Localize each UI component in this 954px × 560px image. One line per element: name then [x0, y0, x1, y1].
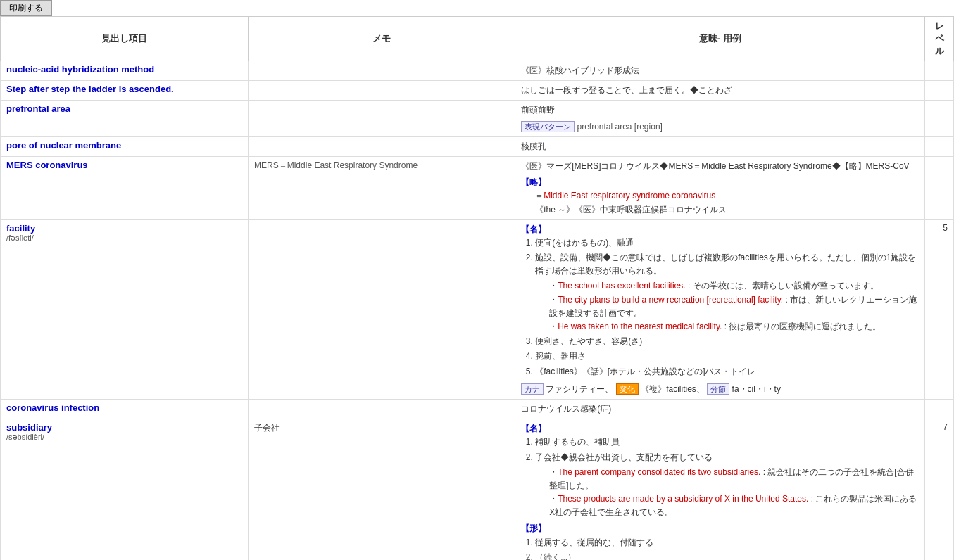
table-header: 見出し項目 メモ 意味- 用例 レベル — [1, 17, 954, 61]
header-term: 見出し項目 — [1, 17, 249, 61]
level-cell — [925, 399, 954, 419]
phonetic-facility: /fəsíleti/ — [6, 234, 242, 243]
level-cell — [925, 156, 954, 219]
memo-cell — [249, 136, 515, 156]
term-link-step[interactable]: Step after step the ladder is ascended. — [6, 84, 242, 94]
term-link-nucleic-acid[interactable]: nucleic-acid hybridization method — [6, 64, 242, 75]
term-link-pore[interactable]: pore of nuclear membrane — [6, 140, 242, 151]
term-link-prefrontal[interactable]: prefrontal area — [6, 103, 242, 114]
level-cell-subsidiary: 7 — [925, 419, 954, 560]
memo-cell — [249, 81, 515, 101]
level-cell — [925, 101, 954, 136]
bunsetsu-tag: 分節 — [707, 383, 729, 395]
table-row: prefrontal area 前頭前野 表現パターン prefrontal a… — [1, 101, 954, 136]
meaning-cell: 核膜孔 — [515, 136, 925, 156]
memo-cell — [249, 399, 515, 419]
meaning-cell: はしごは一段ずつ登ることで、上まで届く。◆ことわざ — [515, 81, 925, 101]
header-memo: メモ — [249, 17, 515, 61]
level-cell — [925, 81, 954, 101]
table-row: nucleic-acid hybridization method 《医》核酸ハ… — [1, 61, 954, 81]
level-cell — [925, 61, 954, 81]
term-link-facility[interactable]: facility — [6, 223, 242, 234]
header-meaning: 意味- 用例 — [515, 17, 925, 61]
table-row: facility /fəsíleti/ 【名】 便宜(をはかるもの)、融通 施設… — [1, 219, 954, 399]
memo-cell — [249, 101, 515, 136]
meaning-cell-facility: 【名】 便宜(をはかるもの)、融通 施設、設備、機関◆この意味では、しばしば複数… — [515, 219, 925, 399]
memo-cell: MERS＝Middle East Respiratory Syndrome — [249, 156, 515, 219]
memo-cell-subsidiary: 子会社 — [249, 419, 515, 560]
term-link-subsidiary[interactable]: subsidiary — [6, 422, 242, 433]
meaning-cell: 《医》核酸ハイブリッド形成法 — [515, 61, 925, 81]
phonetic-subsidiary: /səbsídièri/ — [6, 433, 242, 442]
meaning-cell: コロナウイルス感染(症) — [515, 399, 925, 419]
level-cell — [925, 136, 954, 156]
meaning-cell-subsidiary: 【名】 補助するもの、補助員 子会社◆親会社が出資し、支配力を有している ・Th… — [515, 419, 925, 560]
term-link-coronavirus[interactable]: coronavirus infection — [6, 402, 242, 413]
print-button[interactable]: 印刷する — [0, 0, 52, 16]
meaning-cell: 《医》マーズ[MERS]コロナウイルス◆MERS＝Middle East Res… — [515, 156, 925, 219]
table-row: Step after step the ladder is ascended. … — [1, 81, 954, 101]
table-row: subsidiary /səbsídièri/ 子会社 【名】 補助するもの、補… — [1, 419, 954, 560]
header-level: レベル — [925, 17, 954, 61]
pattern-tag: 表現パターン — [521, 121, 575, 132]
change-tag: 変化 — [616, 383, 639, 395]
table-row: pore of nuclear membrane 核膜孔 — [1, 136, 954, 156]
level-cell-facility: 5 — [925, 219, 954, 399]
table-row: coronavirus infection コロナウイルス感染(症) — [1, 399, 954, 419]
table-row: MERS coronavirus MERS＝Middle East Respir… — [1, 156, 954, 219]
kana-tag: カナ — [521, 383, 544, 395]
memo-cell — [249, 219, 515, 399]
meaning-cell: 前頭前野 表現パターン prefrontal area [region] — [515, 101, 925, 136]
memo-cell — [249, 61, 515, 81]
term-link-mers[interactable]: MERS coronavirus — [6, 160, 242, 170]
toolbar: 印刷する — [0, 0, 954, 16]
